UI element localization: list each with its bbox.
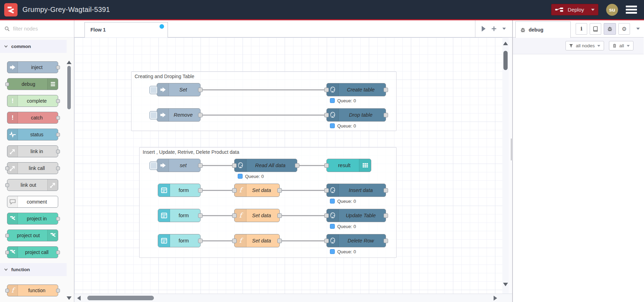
input-port[interactable] [324, 113, 329, 117]
node-update-table[interactable]: Update Table [326, 209, 386, 222]
palette-node-project-in[interactable]: project in [7, 213, 58, 225]
canvas-hscroll-thumb[interactable] [87, 296, 154, 300]
wire[interactable] [280, 215, 326, 216]
palette-node-inject[interactable]: inject [7, 61, 58, 73]
input-port[interactable] [324, 213, 329, 218]
palette-category-common[interactable]: common [0, 40, 67, 53]
output-port[interactable] [198, 163, 203, 168]
palette-node-link-in[interactable]: link in [7, 145, 58, 157]
output-port[interactable] [56, 133, 60, 137]
palette-node-project-out[interactable]: project out [7, 229, 58, 241]
output-port[interactable] [384, 188, 388, 193]
output-port[interactable] [56, 99, 60, 103]
node-form[interactable]: form [158, 234, 201, 247]
node-delete-row[interactable]: Delete Row [326, 234, 386, 247]
palette-node-link-call[interactable]: link call [7, 162, 58, 174]
wire[interactable] [201, 115, 326, 116]
palette-scrollbar-thumb[interactable] [67, 66, 71, 109]
inject-trigger-button[interactable] [149, 111, 158, 119]
input-port[interactable] [324, 188, 329, 193]
palette-scroll-down[interactable] [67, 296, 72, 300]
palette-node-function[interactable]: ffunction [7, 284, 58, 296]
palette-node-complete[interactable]: !complete [7, 95, 58, 107]
input-port[interactable] [5, 82, 9, 86]
node-set-data[interactable]: fSet data [234, 184, 280, 197]
node-insert-data[interactable]: Insert data [326, 184, 386, 197]
node-set[interactable]: set [157, 159, 201, 172]
canvas-horizontal-scrollbar[interactable] [74, 294, 512, 302]
canvas-vertical-scrollbar[interactable] [502, 37, 509, 294]
debug-clear-button[interactable]: all [609, 41, 633, 50]
output-port[interactable] [384, 239, 388, 243]
palette-node-catch[interactable]: !catch [7, 112, 58, 124]
output-port[interactable] [56, 166, 60, 170]
input-port[interactable] [324, 163, 329, 168]
add-flow-button[interactable] [491, 26, 497, 32]
palette-category-function[interactable]: function [0, 263, 67, 276]
input-port[interactable] [232, 213, 237, 218]
wire[interactable] [201, 89, 326, 90]
output-port[interactable] [198, 113, 203, 117]
input-port[interactable] [5, 234, 9, 238]
node-create-table[interactable]: Create table [326, 83, 386, 96]
tab-debug[interactable]: debug [515, 21, 571, 38]
palette-scroll-up[interactable] [67, 61, 72, 64]
flow-canvas[interactable]: Creating and Droping TableInsert , Updat… [74, 37, 512, 302]
palette-node-project-call[interactable]: project call [7, 246, 58, 258]
canvas-vscroll-thumb[interactable] [503, 51, 508, 70]
input-port[interactable] [5, 289, 9, 293]
output-port[interactable] [198, 213, 203, 218]
output-port[interactable] [277, 239, 282, 243]
input-port[interactable] [324, 239, 329, 243]
output-port[interactable] [384, 213, 388, 218]
node-form[interactable]: form [158, 209, 201, 222]
node-read-all-data[interactable]: Read All data [234, 159, 297, 172]
wire[interactable] [201, 215, 234, 216]
input-port[interactable] [5, 183, 9, 187]
user-avatar[interactable]: su [606, 4, 618, 16]
canvas-scroll-up[interactable] [503, 42, 508, 45]
flowfuse-logo[interactable] [4, 3, 18, 16]
palette-node-debug[interactable]: debug [7, 78, 58, 90]
output-port[interactable] [198, 239, 203, 243]
sidebar-options-chevron[interactable] [636, 28, 640, 30]
output-port[interactable] [56, 150, 60, 153]
canvas-scroll-left[interactable] [77, 296, 81, 301]
config-tab-button[interactable]: ⚙ [618, 23, 630, 35]
palette-search-input[interactable] [13, 26, 66, 32]
output-port[interactable] [198, 88, 203, 92]
input-port[interactable] [324, 88, 329, 92]
wire[interactable] [280, 190, 326, 191]
palette-node-comment[interactable]: comment [7, 196, 58, 208]
wire[interactable] [201, 240, 234, 241]
input-port[interactable] [5, 166, 9, 170]
output-port[interactable] [56, 289, 60, 293]
output-port[interactable] [198, 188, 203, 193]
info-tab-button[interactable]: i [576, 23, 587, 35]
palette-node-link-out[interactable]: link out [7, 179, 58, 191]
input-port[interactable] [232, 163, 237, 168]
sidebar-resize-handle[interactable] [511, 138, 512, 160]
canvas-scroll-down[interactable] [503, 283, 508, 286]
debug-filter-button[interactable]: all nodes [565, 41, 604, 50]
debug-tab-button[interactable] [604, 23, 616, 35]
wire[interactable] [201, 165, 234, 166]
palette-node-status[interactable]: status [7, 129, 58, 140]
inject-trigger-button[interactable] [149, 162, 158, 170]
input-port[interactable] [5, 250, 9, 254]
wire[interactable] [280, 240, 326, 241]
output-port[interactable] [56, 217, 60, 221]
main-menu-button[interactable] [626, 6, 637, 14]
output-port[interactable] [56, 116, 60, 120]
tab-flow-1[interactable]: Flow 1 [84, 22, 168, 37]
node-drop-table[interactable]: Drop table [326, 108, 386, 122]
inject-trigger-button[interactable] [149, 86, 158, 94]
node-result[interactable]: result [326, 159, 371, 172]
wire[interactable] [201, 190, 234, 191]
node-set-data[interactable]: fSet data [234, 209, 280, 222]
deploy-options-chevron[interactable] [591, 9, 595, 11]
next-tab-button[interactable] [482, 26, 486, 32]
node-form[interactable]: form [158, 184, 201, 197]
output-port[interactable] [56, 250, 60, 254]
output-port[interactable] [56, 66, 60, 69]
